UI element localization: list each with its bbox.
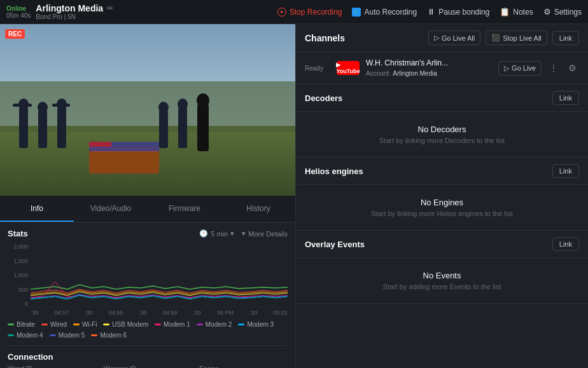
legend-dot-m4 <box>8 334 14 336</box>
legend-label-m6: Modem 6 <box>100 332 127 339</box>
legend-label-m2: Modem 2 <box>206 321 232 328</box>
helios-link-button[interactable]: Link <box>552 164 579 178</box>
connection-fields: Wired IP 192.168.x.x Wireless IP 10.0.0.… <box>8 365 288 368</box>
x-label-4: :30 <box>139 310 147 316</box>
clock-icon: 🕐 <box>199 229 208 238</box>
edit-icon[interactable]: ✏ <box>107 4 113 13</box>
legend-label-m1: Modem 1 <box>164 321 190 328</box>
tab-history[interactable]: History <box>221 196 295 222</box>
connection-title: Connection <box>8 352 53 362</box>
stop-recording-button[interactable]: ● Stop Recording <box>277 8 342 17</box>
tab-firmware[interactable]: Firmware <box>148 196 221 222</box>
video-scene <box>0 24 295 196</box>
channel-row: Ready ▶ YouTube W.H. Christman's Arlin..… <box>296 52 588 85</box>
chart-y-axis: 2,000 1,500 1,000 500 0 <box>8 243 31 307</box>
channel-info: W.H. Christman's Arlin... Account: Arlin… <box>366 58 492 78</box>
tab-video-audio[interactable]: Video/Audio <box>74 196 148 222</box>
x-label-6: :30 <box>193 310 201 316</box>
svg-rect-15 <box>159 110 168 148</box>
legend-modem4: Modem 4 <box>8 332 43 339</box>
decoders-section: Decoders Link No Decoders Start by linki… <box>296 85 588 158</box>
time-range-selector[interactable]: 🕐 5 min ▾ <box>199 229 234 238</box>
chevron-down-icon-details: ▾ <box>242 229 246 238</box>
pause-bonding-label: Pause bonding <box>438 8 489 17</box>
chevron-down-icon: ▾ <box>230 229 234 238</box>
top-bar-left: Online 05m 40s Arlington Media ✏ Bond Pr… <box>6 3 121 20</box>
settings-button[interactable]: ⚙ Settings <box>543 7 582 17</box>
more-details-button[interactable]: ▾ More Details <box>242 229 288 238</box>
helios-header: Helios engines Link <box>296 158 588 185</box>
online-badge: Online 05m 40s <box>6 5 31 19</box>
x-label-7: 06 PM <box>217 310 234 316</box>
channel-menu-dots[interactable]: ⋮ <box>547 62 561 74</box>
svg-point-18 <box>178 99 188 110</box>
y-label-500: 500 <box>8 287 28 293</box>
app-title: Arlington Media <box>36 3 103 13</box>
channel-settings-icon[interactable]: ⚙ <box>566 62 579 74</box>
channels-link-label: Link <box>559 34 572 42</box>
notes-button[interactable]: 📋 Notes <box>500 7 533 17</box>
channels-link-button[interactable]: Link <box>552 31 579 45</box>
svg-rect-10 <box>57 107 66 148</box>
engine-field: Engine US East (N. Virginia) <box>199 365 288 368</box>
stop-icon: ⬛ <box>491 34 500 42</box>
legend-dot-m2 <box>197 324 203 325</box>
overlay-empty-desc: Start by adding more Events to the list <box>305 283 579 290</box>
stop-live-all-button[interactable]: ⬛ Stop Live All <box>486 31 547 45</box>
main-layout: REC Info Video/Audio Firmware History St… <box>0 24 588 368</box>
video-area: REC <box>0 24 295 196</box>
y-label-2000: 2,000 <box>8 243 28 250</box>
legend-wired: Wired <box>41 321 67 328</box>
overlay-section: Overlay Events Link No Events Start by a… <box>296 231 588 304</box>
channel-actions: ▷ Go Live ⋮ ⚙ <box>498 61 579 76</box>
channel-name: W.H. Christman's Arlin... <box>366 58 492 67</box>
svg-rect-13 <box>197 104 209 151</box>
play-icon: ▷ <box>434 34 439 42</box>
elapsed-time: 05m 40s <box>6 12 31 19</box>
left-panel: REC Info Video/Audio Firmware History St… <box>0 24 296 368</box>
go-live-all-button[interactable]: ▷ Go Live All <box>428 31 481 45</box>
go-live-all-label: Go Live All <box>442 34 475 42</box>
helios-link-label: Link <box>559 167 572 175</box>
legend-dot-m6 <box>91 334 97 336</box>
x-label-2: :30 <box>85 310 93 316</box>
legend-label-m3: Modem 3 <box>247 321 274 328</box>
auto-recording-button[interactable]: ✓ Auto Recording <box>352 8 417 17</box>
notes-icon: 📋 <box>500 7 510 17</box>
channel-go-live-button[interactable]: ▷ Go Live <box>498 61 542 76</box>
overlay-link-button[interactable]: Link <box>552 237 579 251</box>
title-area: Arlington Media ✏ Bond Pro | 5N <box>36 3 113 20</box>
top-bar: Online 05m 40s Arlington Media ✏ Bond Pr… <box>0 0 588 24</box>
legend-modem3: Modem 3 <box>238 321 274 328</box>
y-label-0: 0 <box>8 301 28 307</box>
play-icon-sm: ▷ <box>504 64 509 72</box>
gear-icon: ⚙ <box>543 7 551 17</box>
helios-empty-title: No Engines <box>305 198 579 207</box>
chart-legend: Bitrate Wired Wi-Fi USB Modem Modem 1 <box>8 321 288 339</box>
decoders-link-button[interactable]: Link <box>552 91 579 105</box>
account-value: Arlington Media <box>393 70 437 77</box>
svg-rect-5 <box>19 107 28 148</box>
youtube-icon: ▶ YouTube <box>337 61 360 75</box>
helios-title: Helios engines <box>305 167 552 176</box>
tab-info[interactable]: Info <box>0 196 74 222</box>
legend-dot-wifi <box>73 324 80 325</box>
more-details-label: More Details <box>248 230 288 238</box>
x-label-1: 04:57 <box>55 310 69 316</box>
account-label: Account: <box>366 70 391 77</box>
decoders-empty: No Decoders Start by linking more Decode… <box>296 112 588 157</box>
svg-rect-8 <box>38 110 47 148</box>
chart-svg <box>31 243 288 307</box>
legend-dot-usb <box>103 324 109 325</box>
legend-label-usb: USB Modem <box>112 321 148 328</box>
pause-bonding-button[interactable]: ⏸ Pause bonding <box>427 7 489 17</box>
x-label-0: :30 <box>31 310 39 316</box>
chart-area <box>31 243 288 307</box>
channels-actions: ▷ Go Live All ⬛ Stop Live All Link <box>428 31 579 45</box>
decoders-header: Decoders Link <box>296 85 588 112</box>
svg-point-14 <box>197 93 209 107</box>
svg-rect-17 <box>178 107 187 148</box>
video-placeholder <box>0 24 295 196</box>
legend-label-wifi: Wi-Fi <box>82 321 97 328</box>
svg-point-9 <box>38 102 48 113</box>
